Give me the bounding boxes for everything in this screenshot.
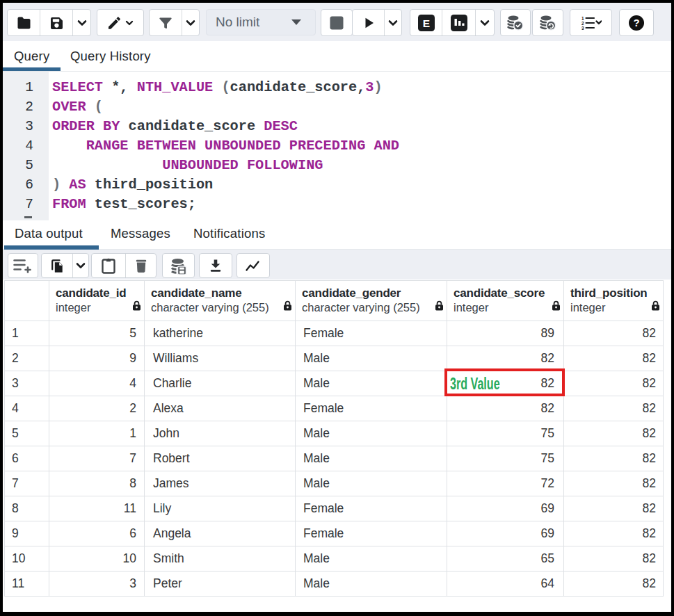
svg-text:?: ?: [633, 17, 639, 29]
svg-text:3: 3: [581, 25, 584, 30]
svg-text:1: 1: [581, 15, 584, 20]
svg-text:E: E: [422, 17, 429, 29]
svg-text:2: 2: [581, 20, 584, 25]
